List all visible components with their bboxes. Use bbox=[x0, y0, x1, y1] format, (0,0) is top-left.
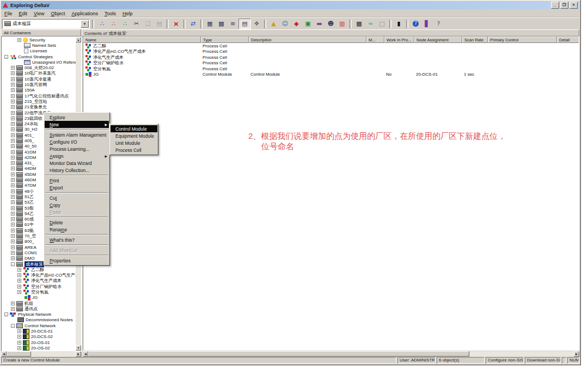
tree-item-215[interactable]: +215_空压站 bbox=[2, 99, 76, 104]
menubar-item-file[interactable]: File bbox=[1, 10, 16, 17]
help-icon[interactable]: ? bbox=[410, 19, 421, 29]
table-row-item-0[interactable]: 乙二醇Process Cell bbox=[83, 43, 579, 49]
tree-horizontal-scrollbar[interactable]: ◀ ▶ bbox=[1, 351, 81, 357]
tree-expand-icon[interactable]: + bbox=[11, 173, 15, 176]
tree-item-10[interactable]: +10蒸汽冷凝液 bbox=[2, 76, 76, 82]
download-refresh-icon[interactable]: ⇄ bbox=[187, 19, 199, 29]
tree-expand-icon[interactable]: + bbox=[17, 273, 21, 277]
tree-expand-icon[interactable]: + bbox=[11, 111, 15, 115]
tree-item-20-dcs-02[interactable]: +20-DCS-02 bbox=[2, 334, 76, 340]
picture-icon[interactable]: ▣ bbox=[302, 19, 314, 29]
tree-item-jg[interactable]: JG bbox=[2, 295, 76, 300]
user-manager-icon[interactable]: ☺ bbox=[279, 19, 291, 29]
delete-icon[interactable]: × bbox=[170, 19, 182, 29]
tree-item-licenses[interactable]: Licenses bbox=[2, 48, 76, 54]
tree-expand-icon[interactable]: + bbox=[11, 71, 15, 75]
table-row-item-3[interactable]: 空分厂锅炉给水Process Cell bbox=[83, 60, 579, 66]
explore-hierarchy-alt-icon[interactable]: ∴ bbox=[108, 19, 119, 29]
tree-expand-icon[interactable]: + bbox=[11, 133, 15, 137]
menu-item-copy[interactable]: Copy bbox=[45, 201, 109, 208]
chart-red-icon[interactable]: ▥ bbox=[336, 19, 348, 29]
tree-collapse-icon[interactable]: - bbox=[4, 312, 8, 316]
tree-item-physical-network[interactable]: -Physical Network bbox=[2, 312, 76, 317]
menu-item-cut[interactable]: Cut bbox=[45, 194, 109, 201]
column-header-type[interactable]: Type bbox=[201, 36, 249, 43]
menubar-item-applications[interactable]: Applications bbox=[68, 10, 101, 17]
tree-expand-icon[interactable]: + bbox=[17, 341, 21, 345]
tree-expand-icon[interactable]: + bbox=[17, 335, 21, 339]
tree-item-item-45[interactable]: +空分氧氮 bbox=[2, 289, 76, 295]
tree-expand-icon[interactable]: + bbox=[11, 156, 15, 160]
tree-expand-icon[interactable]: + bbox=[11, 150, 15, 154]
tree-expand-icon[interactable]: + bbox=[11, 302, 15, 305]
security-diamond-icon[interactable]: ◆ bbox=[291, 19, 302, 29]
tree-expand-icon[interactable]: + bbox=[17, 268, 21, 272]
tree-expand-icon[interactable]: + bbox=[17, 329, 21, 333]
tree-hscroll-thumb[interactable] bbox=[7, 351, 31, 357]
tree-expand-icon[interactable]: + bbox=[11, 88, 15, 92]
tree-expand-icon[interactable]: + bbox=[11, 307, 15, 311]
details-view-icon[interactable]: ▤ bbox=[238, 19, 251, 29]
scroll-down-icon[interactable]: ▼ bbox=[76, 345, 81, 351]
table-row-jg[interactable]: JGControl ModuleControl ModuleNo20-DCS-0… bbox=[83, 72, 579, 78]
menu-item-control-module[interactable]: Control Module bbox=[111, 125, 157, 132]
tree-item-h2-co[interactable]: +净化产品H2-CO气生产成本 bbox=[2, 272, 76, 278]
restore-button[interactable]: ❐ bbox=[560, 2, 568, 9]
menu-item-rename[interactable]: Rename bbox=[45, 226, 109, 233]
menu-item-system-alarm-management[interactable]: System Alarm Management bbox=[45, 131, 109, 138]
menu-item-new[interactable]: New▶ bbox=[45, 121, 109, 128]
grid-dark-icon[interactable]: ▩ bbox=[353, 19, 365, 29]
tree-item-item-47[interactable]: +机组 bbox=[2, 300, 76, 306]
menubar-item-edit[interactable]: Edit bbox=[16, 10, 31, 17]
explore-hierarchy-green-icon[interactable]: ∴ bbox=[119, 19, 131, 29]
tree-expand-icon[interactable]: + bbox=[11, 189, 15, 193]
context-help-icon[interactable]: ? bbox=[433, 19, 444, 29]
table-row-item-2[interactable]: 净化气生产成本Process Cell bbox=[83, 54, 579, 60]
trend-icon[interactable]: ≈ bbox=[365, 19, 376, 29]
menu-item-process-learning[interactable]: Process Learning... bbox=[45, 145, 109, 152]
tree-item-008-20-02[interactable]: +008_火炬20-02 bbox=[2, 65, 76, 70]
menu-item-process-cell[interactable]: Process Cell bbox=[111, 146, 157, 154]
tree-collapse-icon[interactable]: - bbox=[4, 55, 8, 59]
tree-expand-icon[interactable]: + bbox=[17, 285, 21, 289]
tree-expand-icon[interactable]: + bbox=[17, 38, 21, 42]
tree-expand-icon[interactable]: + bbox=[11, 212, 15, 216]
menu-item-assign[interactable]: Assign▶ bbox=[45, 152, 109, 160]
tree-item-150a[interactable]: +150A bbox=[2, 88, 76, 93]
menu-item-delete[interactable]: Delete bbox=[45, 219, 109, 226]
tree-expand-icon[interactable]: + bbox=[11, 234, 15, 238]
tree-item-security[interactable]: +Security bbox=[2, 37, 76, 42]
menu-item-export[interactable]: Export bbox=[45, 184, 109, 191]
copy-icon[interactable]: ❏ bbox=[142, 19, 154, 29]
tree-item-20-os-01[interactable]: +20-OS-01 bbox=[2, 340, 76, 345]
menu-item-history-collection[interactable]: History Collection... bbox=[45, 167, 109, 174]
tree-item-10[interactable]: +10蒸汽管网 bbox=[2, 82, 76, 87]
tree-expand-icon[interactable]: + bbox=[17, 290, 21, 294]
menu-item-print[interactable]: Print bbox=[45, 177, 109, 184]
menu-item-configure-i-o[interactable]: Configure I/O bbox=[45, 138, 109, 145]
history-film-icon[interactable]: ▬ bbox=[314, 19, 325, 29]
tree-item-item-41[interactable]: +乙二醇 bbox=[2, 267, 76, 272]
column-header-work-in-pro[interactable]: Work In Pro... bbox=[384, 36, 414, 43]
scroll-right-icon[interactable]: ▶ bbox=[574, 351, 579, 357]
paste-icon[interactable]: ▤ bbox=[154, 19, 165, 29]
tree-item-control-network[interactable]: -Control Network bbox=[2, 323, 76, 328]
tree-expand-icon[interactable]: + bbox=[11, 83, 15, 87]
tree-item-21[interactable]: +21变换单元 bbox=[2, 105, 76, 110]
tree-item-20-os-02[interactable]: +20-OS-02 bbox=[2, 345, 76, 351]
tree-expand-icon[interactable]: + bbox=[11, 246, 15, 249]
large-icons-view-icon[interactable]: ▦ bbox=[204, 19, 216, 29]
column-header-scan-rate[interactable]: Scan Rate bbox=[462, 36, 488, 43]
explore-hierarchy-icon[interactable]: ∴ bbox=[96, 19, 108, 29]
tree-expand-icon[interactable]: + bbox=[11, 105, 15, 109]
tree-item-control-strategies[interactable]: -Control Strategies bbox=[2, 54, 76, 59]
contents-horizontal-scrollbar[interactable]: ◀ ▶ bbox=[83, 351, 579, 357]
menubar-item-object[interactable]: Object bbox=[47, 10, 68, 17]
tree-expand-icon[interactable]: + bbox=[11, 200, 15, 204]
tree-expand-icon[interactable]: + bbox=[11, 66, 15, 70]
menu-item-equipment-module[interactable]: Equipment Module bbox=[111, 132, 157, 139]
tree-expand-icon[interactable]: + bbox=[11, 183, 15, 187]
table-row-h2-co[interactable]: 净化产品H2-CO气生产成本Process Cell bbox=[83, 49, 579, 55]
title-bar[interactable]: Exploring DeltaV _ ❐ × bbox=[1, 1, 579, 9]
tree-expand-icon[interactable]: + bbox=[11, 256, 15, 260]
